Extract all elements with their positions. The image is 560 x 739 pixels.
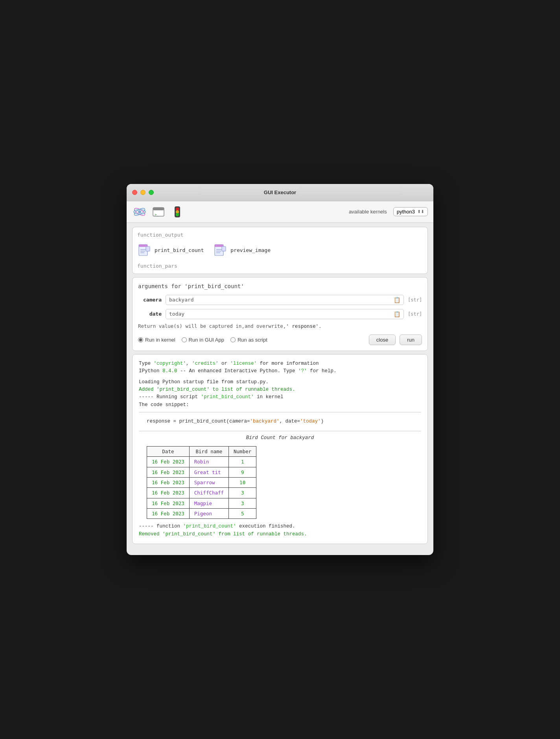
bird-table-cell-date: 16 Feb 2023 <box>147 498 190 508</box>
bird-table-cell-number: 9 <box>229 467 256 477</box>
bottom-spacer <box>127 548 433 555</box>
toolbar-icons: >_ <box>132 204 185 219</box>
kernels-label: available kernels <box>349 209 387 215</box>
svg-rect-5 <box>153 208 164 210</box>
bird-table-cell-number: 1 <box>229 457 256 467</box>
divider-2 <box>139 431 421 431</box>
close-button[interactable] <box>132 190 137 195</box>
bird-table-cell-date: 16 Feb 2023 <box>147 457 190 467</box>
science-icon-button[interactable] <box>132 204 147 219</box>
bird-table-row: 16 Feb 2023Magpie3 <box>147 498 256 508</box>
terminal-icon: >_ <box>151 205 166 219</box>
function-item-icon-preview-image <box>213 243 227 257</box>
bird-table: Date Bird name Number 16 Feb 2023Robin11… <box>147 446 256 519</box>
terminal-panel: Type 'copyright', 'credits' or 'license'… <box>132 354 428 544</box>
arg-row-date: date 📋 [str] <box>138 309 422 319</box>
bird-table-cell-bird: Pigeon <box>189 509 228 519</box>
clipboard-icon-camera[interactable]: 📋 <box>394 297 400 303</box>
stoplight-icon <box>170 205 184 219</box>
arg-type-camera: [str] <box>408 297 422 303</box>
run-options-row: Run in kernel Run in GUI App Run as scri… <box>138 335 422 345</box>
svg-point-9 <box>176 210 179 213</box>
arg-input-wrap-camera[interactable]: 📋 <box>166 295 404 305</box>
radio-label-script: Run as script <box>238 337 267 343</box>
terminal-line-2: IPython 8.4.0 -- An enhanced Interactive… <box>139 368 421 375</box>
bird-table-row: 16 Feb 2023Sparrow10 <box>147 477 256 487</box>
bird-table-cell-bird: Magpie <box>189 498 228 508</box>
radio-option-gui-app[interactable]: Run in GUI App <box>182 337 224 343</box>
kernel-value: python3 <box>397 209 415 215</box>
bird-table-cell-date: 16 Feb 2023 <box>147 477 190 487</box>
maximize-button[interactable] <box>149 190 154 195</box>
terminal-line-5: ----- Running script 'print_bird_count' … <box>139 393 421 401</box>
divider-1 <box>139 412 421 412</box>
bird-table-cell-number: 3 <box>229 498 256 508</box>
function-item-icon-print-bird-count <box>137 243 151 257</box>
terminal-finish-1: ----- function 'print_bird_count' execut… <box>139 523 421 530</box>
clipboard-icon-date[interactable]: 📋 <box>394 311 400 317</box>
bird-table-header-date: Date <box>147 446 190 456</box>
function-item-label-print-bird-count: print_bird_count <box>155 247 204 253</box>
bird-table-cell-number: 10 <box>229 477 256 487</box>
return-value-note: Return value(s) will be captured in,and … <box>138 323 422 329</box>
bird-table-cell-number: 5 <box>229 509 256 519</box>
radio-label-gui-app: Run in GUI App <box>189 337 224 343</box>
radio-option-script[interactable]: Run as script <box>230 337 267 343</box>
radio-gui-app[interactable] <box>182 337 187 342</box>
svg-text:>_: >_ <box>155 213 159 217</box>
radio-kernel[interactable] <box>138 337 143 342</box>
close-button-args[interactable]: close <box>369 335 396 345</box>
svg-point-8 <box>176 208 179 211</box>
terminal-line-1: Type 'copyright', 'credits' or 'license'… <box>139 360 421 368</box>
bird-table-cell-bird: Great tit <box>189 467 228 477</box>
bird-table-header-bird-name: Bird name <box>189 446 228 456</box>
bird-table-cell-bird: Robin <box>189 457 228 467</box>
arg-type-date: [str] <box>408 311 422 317</box>
function-output-panel: function_output print_bird_count <box>132 227 428 274</box>
arg-input-date[interactable] <box>169 311 394 317</box>
title-bar: GUI Executor <box>127 184 433 201</box>
bird-table-cell-number: 3 <box>229 488 256 498</box>
bird-table-cell-bird: ChiffChaff <box>189 488 228 498</box>
bird-table-header-number: Number <box>229 446 256 456</box>
traffic-lights <box>132 190 154 195</box>
bird-table-cell-date: 16 Feb 2023 <box>147 509 190 519</box>
arg-name-camera: camera <box>138 297 162 303</box>
svg-rect-16 <box>146 246 150 251</box>
main-content: function_output print_bird_count <box>127 223 433 548</box>
terminal-line-4: Added 'print_bird_count' to list of runn… <box>139 386 421 393</box>
bird-table-cell-bird: Sparrow <box>189 477 228 487</box>
return-value-code: ' response' <box>286 323 319 329</box>
terminal-finish-2: Removed 'print_bird_count' from list of … <box>139 531 421 538</box>
terminal-icon-button[interactable]: >_ <box>151 204 166 219</box>
function-output-items: print_bird_count preview_image <box>137 242 423 259</box>
arg-input-wrap-date[interactable]: 📋 <box>166 309 404 319</box>
bird-table-row: 16 Feb 2023ChiffChaff3 <box>147 488 256 498</box>
stoplight-icon-button[interactable] <box>170 204 185 219</box>
radio-option-kernel[interactable]: Run in kernel <box>138 337 175 343</box>
kernel-select[interactable]: python3 ⬆⬇ <box>393 207 428 216</box>
svg-point-0 <box>138 210 141 213</box>
radio-script[interactable] <box>230 337 236 342</box>
science-icon <box>133 205 147 219</box>
minimize-button[interactable] <box>140 190 146 195</box>
bird-table-cell-date: 16 Feb 2023 <box>147 488 190 498</box>
args-panel: arguments for 'print_bird_count' camera … <box>132 277 428 351</box>
window-title: GUI Executor <box>264 189 296 195</box>
main-window: GUI Executor >_ <box>127 184 433 555</box>
function-item-label-preview-image: preview_image <box>230 247 271 253</box>
arg-input-camera[interactable] <box>169 297 394 303</box>
kernel-select-arrow-icon: ⬆⬇ <box>417 209 424 214</box>
toolbar: >_ available kernels python3 ⬆⬇ <box>127 201 433 223</box>
bird-table-row: 16 Feb 2023Robin1 <box>147 457 256 467</box>
arg-name-date: date <box>138 311 162 317</box>
function-output-label: function_output <box>137 232 423 238</box>
svg-point-10 <box>176 213 179 216</box>
args-title: arguments for 'print_bird_count' <box>138 283 422 289</box>
bird-table-row: 16 Feb 2023Pigeon5 <box>147 509 256 519</box>
terminal-blank-1 <box>139 375 421 379</box>
bird-count-heading: Bird Count for backyard <box>139 434 421 442</box>
function-item-preview-image[interactable]: preview_image <box>213 243 271 257</box>
function-item-print-bird-count[interactable]: print_bird_count <box>137 243 204 257</box>
run-button[interactable]: run <box>400 335 422 345</box>
